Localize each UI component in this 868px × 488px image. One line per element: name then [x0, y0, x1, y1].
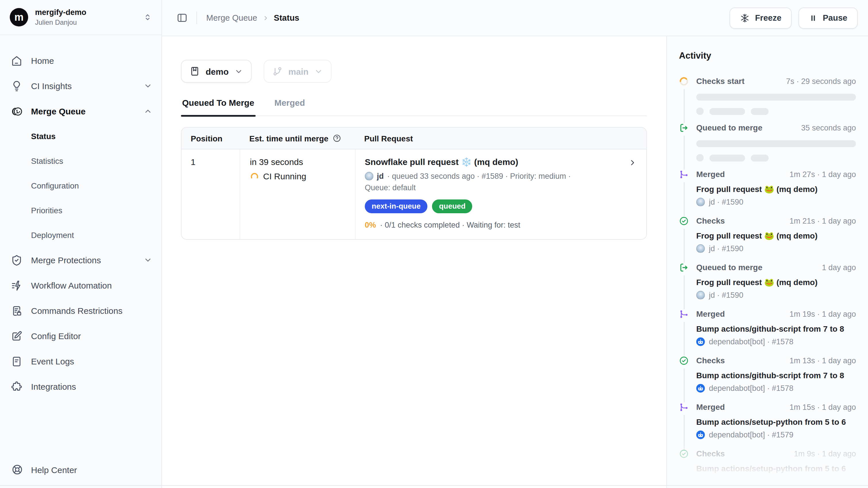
sidebar-subitem-statistics[interactable]: Statistics — [11, 153, 152, 168]
row-eta: in 39 seconds — [250, 157, 345, 167]
mergify-logo: m — [10, 8, 28, 27]
pr-queue: Queue: default — [365, 183, 637, 192]
help-circle-icon[interactable] — [332, 134, 341, 143]
life-buoy-icon — [11, 464, 23, 476]
column-position: Position — [182, 134, 240, 143]
sidebar-item-event-logs[interactable]: Event Logs — [11, 353, 152, 370]
app-root: m mergify-demo Julien Danjou Home CI Ins… — [0, 0, 868, 488]
skeleton-bar — [751, 154, 769, 161]
tab-merged[interactable]: Merged — [273, 98, 306, 116]
activity-item-merged[interactable]: Merged1m 15s · 1 day ago Bump actions/se… — [679, 402, 856, 449]
activity-item-merged[interactable]: Merged1m 27s · 1 day ago Frog pull reque… — [679, 170, 856, 216]
table-header: Position Est. time until merge Pull Requ… — [182, 127, 646, 149]
pr-title: Snowflake pull request ❄️ (mq demo) — [365, 157, 637, 167]
activity-item-checks[interactable]: Checks1m 9s · 1 day ago Bump actions/set… — [679, 449, 856, 488]
sidebar-subitem-deployment[interactable]: Deployment — [11, 228, 152, 242]
activity-panel: Activity Checks start7s · 29 seconds ago — [666, 36, 868, 488]
breadcrumb-merge-queue[interactable]: Merge Queue — [206, 13, 257, 22]
skeleton-bar — [696, 94, 856, 101]
activity-item-checks-start[interactable]: Checks start7s · 29 seconds ago — [679, 77, 856, 123]
git-branch-icon — [272, 66, 283, 77]
sidebar-subitem-status[interactable]: Status — [11, 129, 152, 144]
badge-next-in-queue: next-in-queue — [365, 199, 427, 213]
activity-item-merged[interactable]: Merged1m 19s · 1 day ago Bump actions/gi… — [679, 309, 856, 356]
shield-check-icon — [11, 255, 22, 266]
header-divider — [196, 11, 197, 24]
checks-progress: 0% — [365, 221, 376, 229]
chevron-down-icon — [144, 256, 152, 265]
org-switcher[interactable]: m mergify-demo Julien Danjou — [0, 0, 161, 34]
checks-text: · 0/1 checks completed · Waiting for: te… — [380, 221, 520, 229]
puzzle-icon — [11, 381, 22, 393]
sidebar-item-ci-insights[interactable]: CI Insights — [11, 78, 152, 94]
sidebar-item-integrations[interactable]: Integrations — [11, 379, 152, 395]
chevron-right-icon — [262, 15, 269, 21]
queue-tabs: Queued To Merge Merged — [181, 98, 647, 116]
sidebar-item-merge-protections[interactable]: Merge Protections — [11, 252, 152, 268]
repository-select[interactable]: demo — [181, 60, 252, 83]
ci-running-spinner-icon — [250, 172, 259, 181]
freeze-button[interactable]: Freeze — [730, 7, 792, 28]
column-est-time: Est. time until merge — [249, 134, 328, 143]
queued-to-merge-icon — [679, 123, 689, 133]
org-user: Julien Danjou — [35, 19, 87, 27]
top-bar: Merge Queue Status Freeze Pause — [162, 0, 868, 36]
sidebar-nav: Home CI Insights Merge Queue Status Stat… — [0, 35, 161, 488]
sidebar-subitem-priorities[interactable]: Priorities — [11, 203, 152, 218]
workflow-bolt-icon — [11, 280, 22, 291]
activity-item-checks[interactable]: Checks1m 13s · 1 day ago Bump actions/gi… — [679, 356, 856, 402]
ci-status: CI Running — [263, 171, 306, 181]
queued-to-merge-icon — [679, 263, 689, 272]
activity-item-queued[interactable]: Queued to merge1 day ago Frog pull reque… — [679, 263, 856, 309]
skeleton-bar — [709, 108, 745, 115]
dependabot-icon — [696, 384, 705, 393]
avatar-jd — [696, 198, 705, 206]
dependabot-icon — [696, 431, 705, 439]
help-center-link[interactable]: Help Center — [11, 464, 77, 476]
git-merge-icon — [679, 170, 689, 179]
row-chevron-right-icon[interactable] — [628, 159, 637, 167]
merge-queue-icon — [11, 106, 22, 117]
tab-queued-to-merge[interactable]: Queued To Merge — [181, 98, 255, 116]
pause-button[interactable]: Pause — [799, 7, 858, 28]
pr-meta-text: · queued 33 seconds ago · #1589 · Priori… — [387, 172, 571, 180]
file-text-icon — [11, 356, 22, 367]
breadcrumb: Merge Queue Status — [206, 13, 299, 22]
skeleton-dot — [696, 154, 704, 162]
queue-table: Position Est. time until merge Pull Requ… — [181, 127, 647, 240]
sidebar-item-commands-restrictions[interactable]: Commands Restrictions — [11, 303, 152, 319]
sidebar-item-home[interactable]: Home — [11, 53, 152, 69]
sidebar-subitem-configuration[interactable]: Configuration — [11, 178, 152, 193]
row-position: 1 — [182, 149, 240, 239]
repo-book-icon — [190, 66, 200, 77]
lightbulb-icon — [11, 81, 22, 92]
check-circle-icon — [679, 449, 689, 459]
avatar-jd — [696, 291, 705, 299]
skeleton-bar — [696, 140, 856, 147]
branch-select[interactable]: main — [264, 60, 332, 83]
git-merge-icon — [679, 309, 689, 319]
chevron-down-icon — [144, 82, 152, 90]
column-pull-request: Pull Request — [355, 134, 646, 143]
home-icon — [11, 55, 22, 67]
pr-author: jd — [377, 172, 384, 180]
queue-row[interactable]: 1 in 39 seconds CI Running Snowflake pul… — [182, 149, 646, 239]
sidebar-item-config-editor[interactable]: Config Editor — [11, 328, 152, 344]
activity-item-checks[interactable]: Checks1m 21s · 1 day ago Frog pull reque… — [679, 216, 856, 263]
avatar-jd — [696, 244, 705, 253]
in-progress-spinner-icon — [679, 77, 689, 86]
breadcrumb-status: Status — [274, 13, 299, 22]
skeleton-bar — [751, 108, 769, 115]
avatar-jd — [365, 172, 373, 180]
pause-icon — [809, 13, 818, 22]
sidebar-item-workflow-automation[interactable]: Workflow Automation — [11, 278, 152, 294]
org-name: mergify-demo — [35, 8, 87, 18]
chevron-down-icon — [235, 67, 243, 76]
skeleton-dot — [696, 108, 704, 115]
badge-queued: queued — [432, 199, 472, 213]
git-merge-icon — [679, 402, 689, 412]
sidebar-toggle-button[interactable] — [174, 10, 190, 26]
sidebar-item-merge-queue[interactable]: Merge Queue — [11, 104, 152, 120]
activity-item-queued[interactable]: Queued to merge35 seconds ago — [679, 123, 856, 170]
file-lock-icon — [11, 305, 22, 317]
